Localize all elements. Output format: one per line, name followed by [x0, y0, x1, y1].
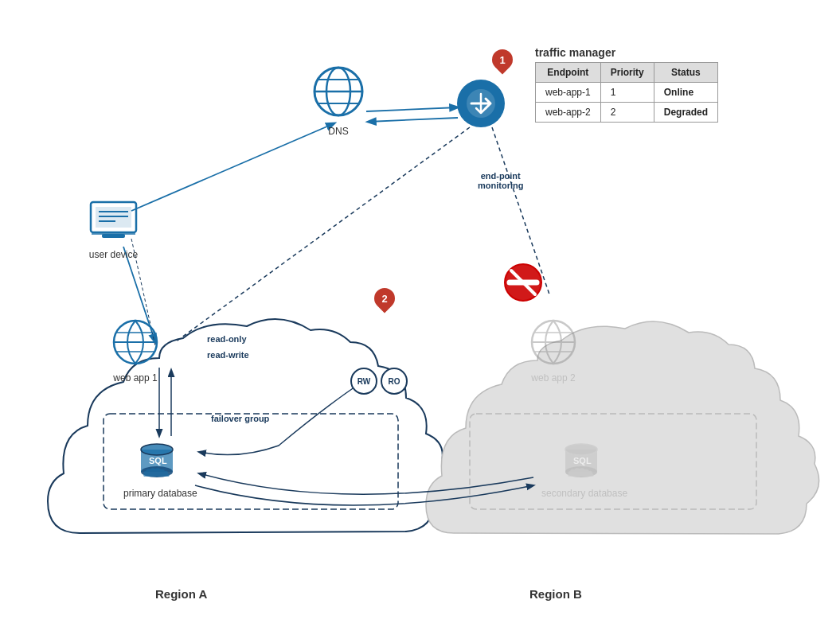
webapp2-svg — [529, 318, 577, 366]
webapp1-label: web app 1 — [111, 372, 159, 384]
user-device-icon-group: user device — [88, 199, 139, 260]
dns-icon — [311, 64, 366, 119]
sql-primary-icon-group: SQL primary database — [123, 434, 197, 499]
label-readonly: read-only — [207, 334, 247, 344]
webapp1-svg — [111, 318, 159, 366]
priority-1: 1 — [600, 83, 654, 103]
dns-icon-group: DNS — [311, 64, 366, 137]
svg-line-4 — [368, 118, 458, 122]
table-row: web-app-2 2 Degraded — [536, 103, 718, 123]
svg-text:SQL: SQL — [573, 456, 592, 465]
label-readwrite: read-write — [207, 350, 249, 360]
sql-secondary-icon-group: SQL secondary database — [541, 434, 627, 499]
priority-2: 2 — [600, 103, 654, 123]
rw-circle: RW — [350, 368, 377, 395]
user-device-label: user device — [88, 249, 139, 260]
sql-secondary-label: secondary database — [541, 488, 627, 499]
region-a-label: Region A — [155, 587, 207, 601]
sql-secondary-svg: SQL — [559, 434, 611, 481]
diagram: traffic manager Endpoint Priority Status… — [0, 0, 840, 623]
traffic-manager-table: Endpoint Priority Status web-app-1 1 Onl… — [535, 62, 718, 123]
priority-pin-2: 2 — [370, 284, 400, 313]
svg-text:SQL: SQL — [149, 456, 167, 465]
svg-line-9 — [175, 127, 470, 342]
traffic-manager-svg — [455, 78, 507, 130]
status-1: Online — [654, 83, 717, 103]
svg-line-3 — [366, 107, 458, 111]
sql-primary-label: primary database — [123, 488, 197, 499]
label-failover-group: failover group — [211, 414, 269, 423]
col-status: Status — [654, 63, 717, 83]
webapp1-icon-group: web app 1 — [111, 318, 159, 384]
dns-label: DNS — [311, 126, 366, 137]
traffic-manager-icon — [455, 78, 507, 133]
sql-primary-svg: SQL — [135, 434, 186, 481]
webapp2-icon-group: web app 2 — [529, 318, 577, 384]
user-device-svg — [88, 199, 139, 243]
no-entry-svg — [503, 263, 543, 302]
col-priority: Priority — [600, 63, 654, 83]
table-row: web-app-1 1 Online — [536, 83, 718, 103]
ro-circle: RO — [381, 368, 408, 395]
col-endpoint: Endpoint — [536, 63, 601, 83]
status-2: Degraded — [654, 103, 717, 123]
no-entry-icon — [503, 263, 543, 306]
endpoint-1: web-app-1 — [536, 83, 601, 103]
webapp2-label: web app 2 — [529, 372, 577, 384]
endpoint-2: web-app-2 — [536, 103, 601, 123]
priority-pin-1: 1 — [488, 45, 518, 75]
traffic-manager-label: traffic manager — [535, 46, 615, 59]
svg-line-2 — [131, 123, 334, 211]
label-endpoint-monitoring: end-point monitoring — [478, 171, 523, 190]
region-b-label: Region B — [529, 587, 582, 601]
